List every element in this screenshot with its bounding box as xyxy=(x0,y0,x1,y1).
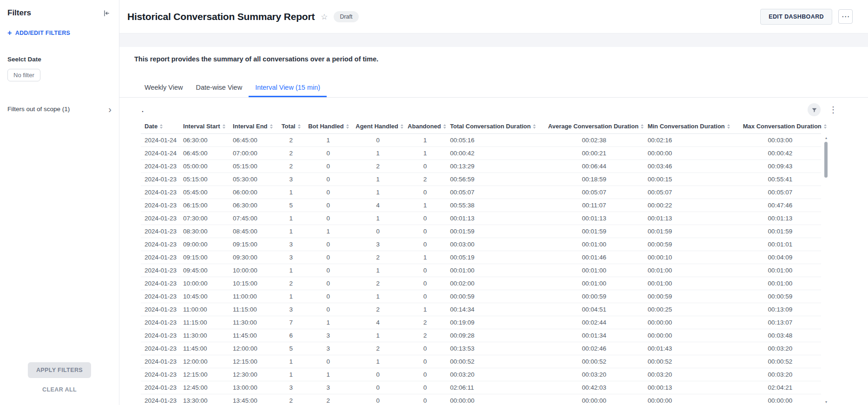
filters-out-of-scope-row[interactable]: Filters out of scope (1) › xyxy=(7,106,112,113)
table-cell: 2 xyxy=(352,342,404,355)
column-header-agent-handled[interactable]: Agent Handled xyxy=(352,118,404,134)
table-cell: 00:01:13 xyxy=(545,212,644,225)
column-header-total[interactable]: Total xyxy=(277,118,304,134)
column-header-abandoned[interactable]: Abandoned xyxy=(404,118,446,134)
column-header-bot-handled[interactable]: Bot Handled xyxy=(304,118,352,134)
table-cell: 1 xyxy=(277,264,304,277)
table-cell: 1 xyxy=(352,355,404,368)
sort-icon[interactable] xyxy=(270,124,273,129)
table-cell: 13:45:00 xyxy=(229,394,277,405)
table-cell: 0 xyxy=(304,186,352,199)
column-header-interval-start[interactable]: Interval Start xyxy=(179,118,229,134)
sort-icon[interactable] xyxy=(443,124,446,129)
table-cell: 0 xyxy=(304,251,352,264)
table-cell: 2024-01-23 xyxy=(141,225,179,238)
table-kebab-menu-button[interactable]: ⋮ xyxy=(827,105,839,114)
tab-date-wise-view[interactable]: Date-wise View xyxy=(189,79,249,97)
table-cell: 00:00:22 xyxy=(644,199,739,212)
table-cell: 1 xyxy=(304,316,352,329)
table-cell: 00:18:59 xyxy=(545,173,644,186)
table-cell: 00:13:07 xyxy=(739,316,821,329)
table-cell: 3 xyxy=(304,342,352,355)
sort-icon[interactable] xyxy=(160,124,163,129)
widget-note: . xyxy=(142,106,144,113)
table-cell: 0 xyxy=(352,394,404,405)
sort-icon[interactable] xyxy=(533,124,536,129)
report-description: This report provides the summary of all … xyxy=(134,55,868,63)
sort-icon[interactable] xyxy=(824,124,827,129)
edit-dashboard-button[interactable]: EDIT DASHBOARD xyxy=(760,9,832,25)
tab-interval-view[interactable]: Interval View (15 min) xyxy=(249,79,327,97)
column-header-date[interactable]: Date xyxy=(141,118,179,134)
column-header-label: Min Conversation Duration xyxy=(648,123,725,130)
clear-all-button[interactable]: CLEAR ALL xyxy=(42,386,77,393)
table-cell: 1 xyxy=(404,303,446,316)
table-cell: 3 xyxy=(277,381,304,394)
table-cell: 0 xyxy=(304,212,352,225)
sort-icon[interactable] xyxy=(298,124,301,129)
table-cell: 11:00:00 xyxy=(229,290,277,303)
table-cell: 00:00:15 xyxy=(644,173,739,186)
date-filter-chip[interactable]: No filter xyxy=(7,69,40,81)
table-filter-button[interactable] xyxy=(808,103,821,116)
table-cell: 2024-01-23 xyxy=(141,342,179,355)
collapse-sidebar-button[interactable] xyxy=(100,7,112,19)
table-cell: 1 xyxy=(352,264,404,277)
table-cell: 1 xyxy=(277,290,304,303)
table-cell: 00:11:07 xyxy=(545,199,644,212)
table-cell: 00:13:09 xyxy=(739,303,821,316)
table-cell: 00:00:21 xyxy=(545,147,644,160)
scrollbar-thumb[interactable] xyxy=(824,142,828,178)
table-cell: 00:01:00 xyxy=(446,264,544,277)
table-scrollbar[interactable]: ▴ ▾ xyxy=(824,136,829,404)
app-window: Filters + ADD/EDIT FILTERS Seelct Date N… xyxy=(0,0,868,405)
table-cell: 1 xyxy=(404,199,446,212)
scroll-up-icon[interactable]: ▴ xyxy=(824,136,829,140)
table-row: 2024-01-2307:30:0007:45:00101000:01:1300… xyxy=(141,212,821,225)
table-cell: 2024-01-23 xyxy=(141,381,179,394)
table-cell: 00:02:38 xyxy=(545,134,644,147)
table-cell: 00:03:20 xyxy=(545,368,644,381)
sort-icon[interactable] xyxy=(641,124,644,129)
table-cell: 4 xyxy=(352,316,404,329)
column-header-label: Date xyxy=(145,123,158,130)
sort-icon[interactable] xyxy=(223,124,225,129)
table-cell: 1 xyxy=(304,368,352,381)
filters-out-of-scope-label: Filters out of scope (1) xyxy=(7,106,70,113)
add-edit-filters-label: ADD/EDIT FILTERS xyxy=(15,30,70,36)
table-cell: 1 xyxy=(352,147,404,160)
filters-panel-title: Filters xyxy=(7,8,31,18)
table-cell: 2 xyxy=(277,394,304,405)
table-cell: 2024-01-23 xyxy=(141,329,179,342)
column-header-label: Average Conversation Duration xyxy=(548,123,639,130)
more-menu-button[interactable]: ⋯ xyxy=(838,9,853,24)
table-row: 2024-01-2305:45:0006:00:00101000:05:0700… xyxy=(141,186,821,199)
table-cell: 13:00:00 xyxy=(229,381,277,394)
table-row: 2024-01-2309:15:0009:30:00302100:05:1900… xyxy=(141,251,821,264)
table-cell: 00:00:25 xyxy=(644,303,739,316)
table-cell: 00:09:43 xyxy=(739,160,821,173)
column-header-max-conversation-duration[interactable]: Max Conversation Duration xyxy=(739,118,821,134)
table-cell: 00:01:43 xyxy=(644,342,739,355)
tab-weekly-view[interactable]: Weekly View xyxy=(138,79,189,97)
table-cell: 08:30:00 xyxy=(179,225,229,238)
table-cell: 00:03:20 xyxy=(644,368,739,381)
table-cell: 06:00:00 xyxy=(229,186,277,199)
scroll-down-icon[interactable]: ▾ xyxy=(824,400,829,404)
sort-icon[interactable] xyxy=(727,124,730,129)
status-badge: Draft xyxy=(334,11,358,22)
sort-icon[interactable] xyxy=(346,124,349,129)
column-header-interval-end[interactable]: Interval End xyxy=(229,118,277,134)
column-header-total-conversation-duration[interactable]: Total Conversation Duration xyxy=(446,118,544,134)
column-header-min-conversation-duration[interactable]: Min Conversation Duration xyxy=(644,118,739,134)
column-header-average-conversation-duration[interactable]: Average Conversation Duration xyxy=(545,118,644,134)
column-header-label: Total xyxy=(282,123,296,130)
table-cell: 2 xyxy=(277,160,304,173)
sort-icon[interactable] xyxy=(401,124,403,129)
table-cell: 00:01:01 xyxy=(739,238,821,251)
table-cell: 00:04:09 xyxy=(739,251,821,264)
apply-filters-button[interactable]: APPLY FILTERS xyxy=(28,362,91,378)
table-cell: 1 xyxy=(404,134,446,147)
add-edit-filters-link[interactable]: + ADD/EDIT FILTERS xyxy=(7,30,112,36)
favorite-star-icon[interactable]: ☆ xyxy=(321,12,328,22)
